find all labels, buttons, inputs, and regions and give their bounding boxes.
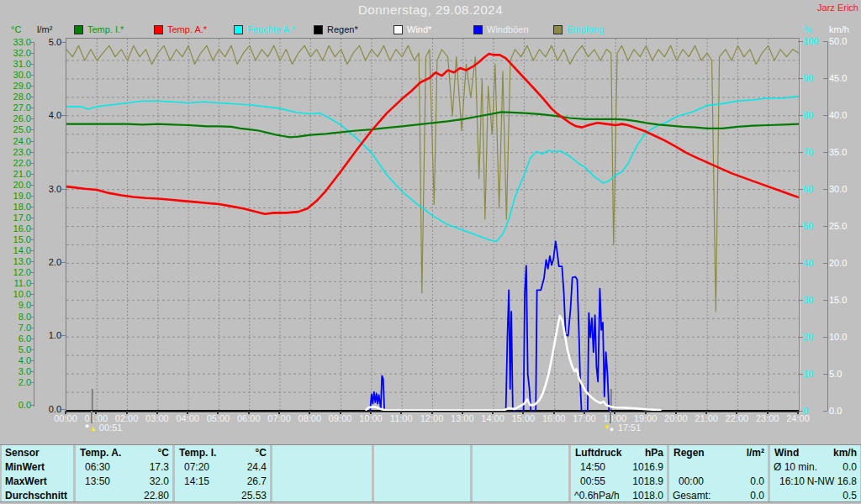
- table-data-row: 14:1526.7: [175, 475, 270, 489]
- table-data-row: 22.80: [76, 489, 172, 503]
- celsius-axis-label: 14.0: [1, 245, 31, 255]
- celsius-axis-label: 19.0: [1, 191, 31, 201]
- kmh-unit-label: km/h: [829, 24, 849, 34]
- x-axis-tick: [95, 411, 97, 414]
- table-data-row: ^0.6hPa/h1018.0: [571, 489, 667, 503]
- axis-tick: [798, 337, 803, 338]
- column-header: Wind: [774, 447, 799, 459]
- kmh-axis-label: 10.0: [829, 332, 858, 342]
- table-column-empty: [374, 445, 470, 501]
- row-label-text: MinWert: [5, 461, 45, 473]
- kmh-axis-label: 25.0: [829, 221, 858, 231]
- x-axis-tick: [187, 411, 188, 414]
- cell-value: 1018.9: [632, 475, 663, 487]
- celsius-axis-label: 29.0: [1, 81, 31, 91]
- axis-tick: [823, 411, 827, 412]
- moonrise-icon: ●▲: [85, 422, 98, 433]
- axis-tick: [30, 207, 34, 207]
- axis-tick: [30, 42, 34, 43]
- celsius-axis-label: 32.0: [1, 48, 31, 58]
- table-data-row: 13:5032.0: [76, 475, 172, 489]
- table-row-label-column: SensorMinWertMaxWertDurchschnitt: [2, 445, 73, 501]
- celsius-axis-label: 27.0: [1, 102, 31, 113]
- cell-value: 32.0: [150, 475, 169, 487]
- axis-tick: [30, 174, 34, 175]
- kmh-axis-label: 20.0: [829, 258, 858, 268]
- cell-time: 14:50: [580, 461, 605, 473]
- legend-item-temp-i-: Temp. I.*: [74, 24, 124, 35]
- x-axis-tick: [522, 411, 524, 414]
- rain-unit-label: l/m²: [37, 24, 52, 34]
- axis-tick: [823, 374, 827, 375]
- axis-tick: [30, 382, 34, 383]
- x-axis-tick: [736, 411, 737, 414]
- celsius-axis-label: 17.0: [1, 213, 31, 223]
- table-data-row: 00:551018.9: [571, 475, 667, 489]
- kmh-axis-label: 45.0: [829, 73, 858, 83]
- legend-label: Feuchte A.*: [247, 24, 295, 35]
- column-unit: hPa: [645, 447, 663, 459]
- table-data-row: 14:501016.9: [571, 460, 667, 475]
- x-axis-tick: [248, 411, 250, 414]
- legend-label: Temp. I.*: [87, 24, 124, 35]
- legend-item-temp-a-: Temp. A.*: [154, 24, 207, 35]
- axis-tick: [30, 272, 34, 273]
- kmh-axis-label: 50.0: [829, 36, 858, 46]
- x-axis-tick: [431, 411, 433, 414]
- table-row-label: MaxWert: [2, 475, 73, 489]
- celsius-axis-label: 10.0: [1, 289, 31, 299]
- legend-label: Regen*: [327, 24, 358, 35]
- table-data-row: Gesamt:0.0: [669, 489, 768, 503]
- marker-time-label: 17:51: [618, 423, 642, 433]
- percent-unit-label: %: [804, 24, 812, 34]
- legend-item-windb-en: Windböen: [473, 24, 529, 35]
- axis-tick: [30, 108, 34, 108]
- axis-tick: [30, 53, 34, 54]
- celsius-axis-label: 22.0: [1, 158, 31, 168]
- axis-tick: [30, 118, 34, 119]
- table-column-regen: Regenl/m²00:000.0Gesamt:0.0: [669, 445, 768, 501]
- table-data-row: 07:2024.4: [175, 460, 270, 475]
- legend-item-feuchte-a-: Feuchte A.*: [234, 24, 295, 35]
- axis-tick: [30, 405, 34, 406]
- kmh-axis-label: 5.0: [829, 369, 858, 379]
- moon-glyph: ●: [610, 425, 614, 433]
- celsius-axis-label: 24.0: [1, 136, 31, 146]
- celsius-axis-label: 26.0: [1, 113, 31, 123]
- table-data-row: 25.53: [175, 489, 270, 503]
- x-axis-tick: [553, 411, 555, 414]
- table-data-row: [473, 460, 568, 475]
- celsius-axis-label: 3.0: [1, 366, 31, 376]
- celsius-axis-label: 7.0: [1, 323, 31, 333]
- table-data-row: [473, 475, 568, 489]
- axis-tick: [61, 115, 66, 116]
- cell-value: 26.7: [247, 475, 267, 487]
- axis-tick: [823, 78, 827, 79]
- x-axis-tick: [309, 411, 310, 414]
- celsius-axis-label: 30.0: [1, 70, 31, 80]
- axis-tick: [798, 41, 803, 42]
- table-column-temp-a-: Temp. A.°C06:3017.313:5032.022.80: [76, 445, 172, 501]
- cell-time: ^0.6hPa/h: [574, 490, 620, 501]
- axis-tick: [30, 349, 34, 350]
- x-axis-tick: [645, 411, 647, 414]
- table-column-luftdruck: LuftdruckhPa14:501016.900:551018.9^0.6hP…: [571, 445, 667, 501]
- celsius-axis-label: 16.0: [1, 223, 31, 234]
- x-axis-tick: [462, 411, 463, 414]
- cell-value: 1018.0: [632, 490, 663, 501]
- kmh-axis-label: 30.0: [829, 184, 858, 194]
- table-header-row: Temp. I.°C: [175, 446, 270, 460]
- table-data-row: 0.5: [770, 489, 860, 503]
- table-row-label: Durchschnitt: [2, 489, 73, 503]
- series-windb-en: [370, 241, 609, 411]
- table-data-row: [272, 489, 372, 503]
- axis-tick: [798, 374, 803, 375]
- celsius-axis-label: 9.0: [1, 300, 31, 310]
- axis-tick: [30, 64, 34, 65]
- cell-value: 25.53: [241, 490, 267, 501]
- kmh-axis-label: 35.0: [829, 147, 858, 157]
- table-data-row: [272, 475, 372, 489]
- celsius-axis-label: 15.0: [1, 234, 31, 244]
- table-data-row: [374, 460, 470, 475]
- legend-swatch-icon: [473, 25, 483, 34]
